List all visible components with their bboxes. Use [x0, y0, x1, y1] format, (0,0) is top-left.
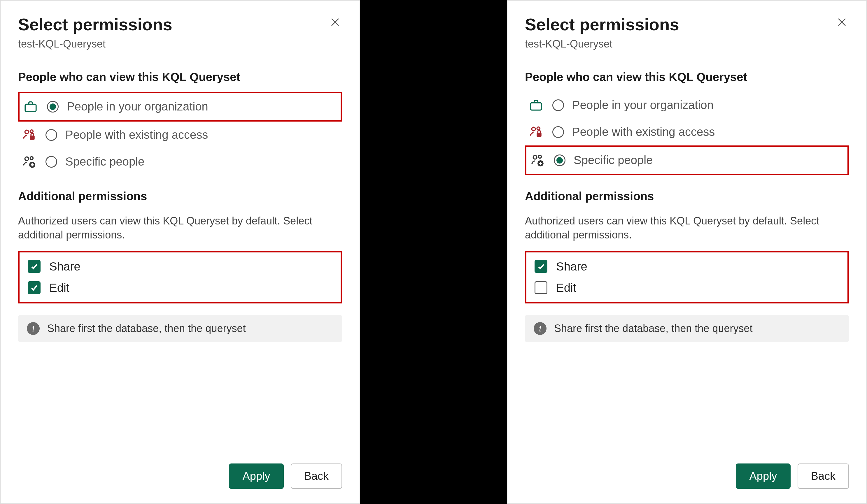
additional-heading: Additional permissions — [525, 190, 849, 203]
radio-org[interactable] — [552, 99, 564, 111]
checkbox-edit-label: Edit — [556, 281, 576, 294]
info-bar: i Share first the database, then the que… — [18, 315, 342, 342]
header-text: Select permissions test-KQL-Queryset — [525, 15, 679, 50]
svg-point-16 — [538, 155, 541, 158]
svg-point-3 — [25, 130, 29, 134]
radio-row-org[interactable]: People in your organization — [18, 92, 342, 122]
permissions-dialog: Select permissions test-KQL-Queryset Peo… — [0, 0, 360, 504]
svg-point-12 — [532, 127, 535, 131]
people-lock-icon — [21, 127, 37, 143]
dialog-title: Select permissions — [525, 15, 679, 34]
header-text: Select permissions test-KQL-Queryset — [18, 15, 172, 50]
close-icon[interactable] — [835, 15, 849, 30]
svg-rect-11 — [531, 102, 542, 110]
info-bar: i Share first the database, then the que… — [525, 315, 849, 342]
additional-desc: Authorized users can view this KQL Query… — [525, 214, 831, 242]
checkbox-share-label: Share — [556, 260, 587, 273]
info-icon: i — [27, 322, 40, 335]
checkbox-share[interactable] — [28, 260, 41, 273]
svg-point-6 — [25, 157, 29, 161]
additional-desc: Authorized users can view this KQL Query… — [18, 214, 324, 242]
checkbox-row-edit[interactable]: Edit — [20, 277, 341, 298]
info-text: Share first the database, then the query… — [47, 322, 246, 335]
radio-existing-label: People with existing access — [572, 125, 715, 139]
dialog-header: Select permissions test-KQL-Queryset — [18, 15, 342, 50]
people-heading: People who can view this KQL Queryset — [525, 70, 849, 84]
radio-existing-label: People with existing access — [65, 128, 208, 141]
people-heading: People who can view this KQL Queryset — [18, 70, 342, 84]
info-icon: i — [534, 322, 546, 335]
briefcase-icon — [528, 97, 544, 113]
radio-row-specific[interactable]: Specific people — [525, 145, 849, 175]
radio-existing[interactable] — [45, 129, 57, 141]
radio-specific-label: Specific people — [574, 154, 653, 167]
permissions-dialog: Select permissions test-KQL-Queryset Peo… — [507, 0, 867, 504]
people-add-icon — [529, 152, 546, 168]
checkbox-edit-label: Edit — [49, 281, 69, 294]
additional-permissions-group: Share Edit — [18, 251, 342, 304]
radio-row-existing[interactable]: People with existing access — [525, 119, 849, 145]
checkbox-share-label: Share — [49, 260, 81, 273]
briefcase-icon — [22, 99, 39, 115]
checkbox-edit[interactable] — [28, 281, 41, 294]
radio-org-label: People in your organization — [67, 100, 208, 113]
dialog-title: Select permissions — [18, 15, 172, 34]
dialog-footer: Apply Back — [18, 440, 342, 489]
checkbox-row-share[interactable]: Share — [20, 256, 341, 277]
people-add-icon — [21, 154, 37, 170]
radio-row-org[interactable]: People in your organization — [525, 92, 849, 119]
svg-rect-14 — [537, 133, 542, 137]
checkbox-row-share[interactable]: Share — [526, 256, 847, 277]
apply-button[interactable]: Apply — [736, 463, 790, 489]
back-button[interactable]: Back — [291, 463, 342, 489]
radio-specific[interactable] — [45, 156, 57, 168]
dialog-footer: Apply Back — [525, 440, 849, 489]
additional-permissions-group: Share Edit — [525, 251, 849, 304]
back-button[interactable]: Back — [798, 463, 849, 489]
svg-rect-2 — [25, 104, 36, 111]
radio-specific-label: Specific people — [65, 155, 144, 168]
dialog-header: Select permissions test-KQL-Queryset — [525, 15, 849, 50]
radio-org-label: People in your organization — [572, 99, 714, 112]
people-lock-icon — [528, 124, 544, 140]
svg-rect-5 — [30, 135, 35, 140]
svg-point-15 — [533, 155, 537, 159]
radio-org[interactable] — [47, 101, 58, 112]
apply-button[interactable]: Apply — [229, 463, 283, 489]
dialog-subtitle: test-KQL-Queryset — [525, 38, 679, 50]
info-text: Share first the database, then the query… — [554, 322, 752, 335]
checkbox-edit[interactable] — [535, 281, 547, 294]
additional-heading: Additional permissions — [18, 190, 342, 203]
dialog-subtitle: test-KQL-Queryset — [18, 38, 172, 50]
radio-row-specific[interactable]: Specific people — [18, 149, 342, 175]
svg-point-4 — [30, 130, 33, 133]
svg-point-7 — [30, 156, 33, 160]
checkbox-row-edit[interactable]: Edit — [526, 277, 847, 298]
checkbox-share[interactable] — [535, 260, 547, 273]
radio-specific[interactable] — [554, 154, 566, 166]
svg-point-13 — [537, 127, 540, 130]
radio-existing[interactable] — [552, 126, 564, 138]
radio-row-existing[interactable]: People with existing access — [18, 122, 342, 149]
close-icon[interactable] — [328, 15, 342, 30]
